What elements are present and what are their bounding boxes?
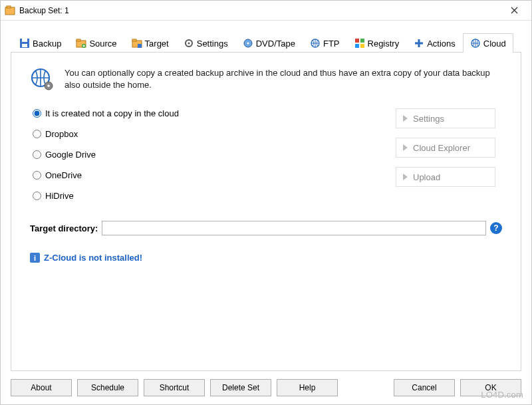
- tab-label: Target: [145, 39, 169, 49]
- radio-label: OneDrive: [45, 170, 82, 180]
- svg-point-23: [47, 84, 50, 87]
- tab-dvd-tape[interactable]: DVD/Tape: [235, 33, 303, 53]
- folder-save-icon: [132, 38, 142, 49]
- button-label: Cloud Explorer: [413, 143, 470, 153]
- window-title: Backup Set: 1: [19, 6, 501, 15]
- radio-onedrive[interactable]: OneDrive: [33, 170, 179, 180]
- play-icon: [403, 174, 408, 180]
- svg-point-12: [188, 43, 190, 45]
- settings-button[interactable]: Settings: [396, 108, 495, 128]
- tab-label: DVD/Tape: [256, 39, 295, 49]
- svg-rect-1: [7, 6, 11, 8]
- svg-rect-0: [5, 7, 15, 15]
- radio-dropbox[interactable]: Dropbox: [33, 129, 179, 139]
- bottom-button-bar: About Schedule Shortcut Delete Set Help …: [11, 371, 521, 400]
- tab-actions[interactable]: Actions: [406, 33, 463, 53]
- radio-input[interactable]: [33, 192, 41, 200]
- cloud-radio-group: It is created not a copy in the cloud Dr…: [33, 108, 179, 201]
- radio-no-copy[interactable]: It is created not a copy in the cloud: [33, 108, 179, 118]
- svg-rect-9: [132, 39, 136, 41]
- close-button[interactable]: [501, 1, 527, 20]
- delete-set-button[interactable]: Delete Set: [210, 379, 271, 396]
- tab-settings[interactable]: Settings: [176, 33, 235, 53]
- tab-ftp[interactable]: FTP: [303, 33, 347, 53]
- watermark: LO4D.com: [481, 390, 523, 400]
- gear-icon: [184, 38, 194, 49]
- svg-rect-4: [22, 44, 27, 47]
- play-icon: [403, 115, 408, 122]
- target-directory-row: Target directory: ?: [30, 221, 502, 235]
- target-directory-input[interactable]: [102, 221, 486, 235]
- tab-backup[interactable]: Backup: [12, 33, 68, 53]
- radio-input[interactable]: [33, 109, 41, 118]
- titlebar: Backup Set: 1: [1, 1, 531, 21]
- help-icon[interactable]: ?: [490, 222, 502, 234]
- info-icon: i: [30, 253, 40, 263]
- shortcut-button[interactable]: Shortcut: [144, 379, 205, 396]
- tab-panel-cloud: You can optionally copy a created backup…: [11, 52, 521, 371]
- radio-label: Google Drive: [45, 150, 96, 160]
- tab-label: FTP: [323, 39, 340, 49]
- svg-point-14: [247, 43, 249, 45]
- svg-rect-18: [355, 44, 359, 48]
- warning-text: Z-Cloud is not installed!: [44, 253, 142, 263]
- warning-row: i Z-Cloud is not installed!: [30, 253, 502, 263]
- tab-bar: Backup Source Target Settings DVD/Tape F…: [11, 33, 521, 52]
- globe-icon: [310, 38, 321, 49]
- radio-input[interactable]: [33, 171, 41, 180]
- tab-label: Settings: [197, 39, 228, 49]
- schedule-button[interactable]: Schedule: [77, 379, 138, 396]
- folder-plus-icon: [76, 38, 86, 49]
- radio-hidrive[interactable]: HiDrive: [33, 191, 179, 201]
- cloud-explorer-button[interactable]: Cloud Explorer: [396, 138, 495, 158]
- floppy-icon: [19, 38, 30, 49]
- tab-registry[interactable]: Registry: [347, 33, 407, 53]
- content-area: Backup Source Target Settings DVD/Tape F…: [1, 21, 531, 404]
- play-icon: [403, 144, 408, 151]
- about-button[interactable]: About: [11, 379, 72, 396]
- svg-rect-16: [355, 39, 359, 43]
- tab-target[interactable]: Target: [124, 33, 176, 53]
- radio-input[interactable]: [33, 150, 41, 159]
- window-frame: Backup Set: 1 Backup Source Target Setti…: [0, 0, 532, 405]
- tab-label: Cloud: [483, 39, 506, 49]
- globe-gear-icon: [30, 67, 54, 91]
- tab-source[interactable]: Source: [68, 33, 124, 53]
- help-button[interactable]: Help: [277, 379, 338, 396]
- intro-block: You can optionally copy a created backup…: [30, 67, 502, 91]
- plus-icon: [414, 38, 424, 49]
- registry-icon: [354, 38, 365, 49]
- svg-rect-6: [76, 39, 80, 41]
- app-icon: [5, 5, 15, 16]
- svg-rect-19: [360, 44, 364, 48]
- svg-rect-3: [22, 39, 27, 42]
- radio-label: Dropbox: [45, 129, 78, 139]
- disc-icon: [243, 38, 253, 49]
- radio-label: HiDrive: [45, 191, 74, 201]
- radio-input[interactable]: [33, 130, 41, 138]
- button-label: Upload: [413, 172, 440, 182]
- globe-icon: [470, 38, 481, 49]
- side-button-group: Settings Cloud Explorer Upload: [396, 108, 495, 201]
- intro-message: You can optionally copy a created backup…: [65, 67, 490, 91]
- tab-cloud[interactable]: Cloud: [463, 33, 513, 53]
- target-directory-label: Target directory:: [30, 223, 98, 233]
- tab-label: Backup: [33, 39, 61, 49]
- radio-label: It is created not a copy in the cloud: [45, 108, 179, 118]
- button-label: Settings: [413, 114, 444, 124]
- spacer: [343, 379, 388, 396]
- options-row: It is created not a copy in the cloud Dr…: [30, 108, 502, 201]
- tab-label: Source: [89, 39, 116, 49]
- cancel-button[interactable]: Cancel: [394, 379, 455, 396]
- upload-button[interactable]: Upload: [396, 167, 495, 187]
- tab-label: Actions: [427, 39, 456, 49]
- radio-google-drive[interactable]: Google Drive: [33, 150, 179, 160]
- svg-rect-10: [138, 44, 142, 48]
- tab-label: Registry: [368, 39, 400, 49]
- svg-rect-17: [360, 39, 364, 43]
